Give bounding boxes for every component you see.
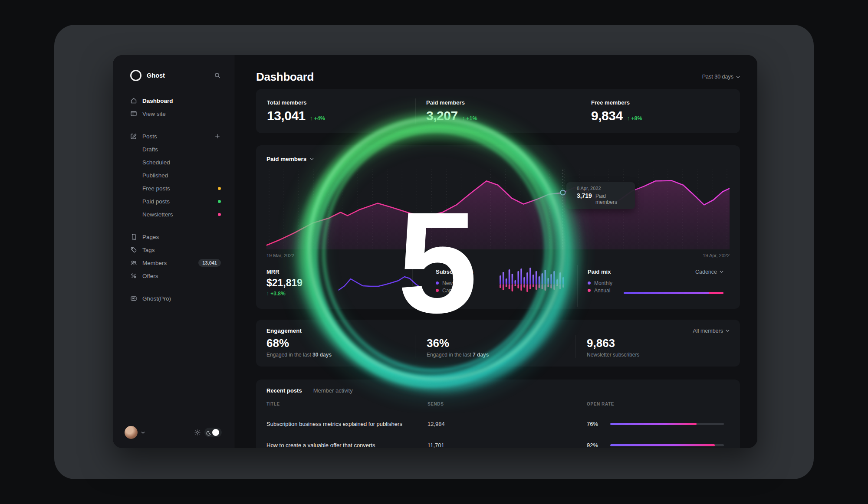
engagement-7d: 36% Engaged in the last 7 days	[415, 335, 575, 358]
stat-label: Free members	[591, 99, 642, 106]
sidebar-item-dashboard[interactable]: Dashboard	[130, 94, 221, 107]
subscriptions-bar-chart	[500, 267, 567, 296]
sidebar-item-label: Ghost(Pro)	[142, 295, 171, 302]
sidebar-item-view-site[interactable]: View site	[130, 107, 221, 120]
engagement-value: 36%	[427, 337, 575, 350]
sidebar-item-tags[interactable]: Tags	[130, 243, 221, 256]
engagement-sub: Engaged in the last 7 days	[427, 352, 575, 358]
members-count-badge: 13,041	[198, 259, 221, 267]
cadence-label: Cadence	[695, 269, 717, 275]
paid-members-chart[interactable]: 8 Apr, 2022 3,719 Paid members	[266, 167, 730, 249]
sidebar-item-label: Newsletters	[142, 211, 173, 218]
stat-label: Total members	[267, 99, 415, 106]
sidebar-item-label: Posts	[142, 133, 157, 140]
sidebar-item-paid-posts[interactable]: Paid posts	[130, 195, 221, 208]
open-rate-value: 92%	[587, 442, 604, 448]
chevron-down-icon	[720, 270, 723, 273]
add-post-icon[interactable]	[214, 133, 221, 139]
sidebar-item-label: Scheduled	[142, 159, 170, 166]
monthly-legend-dot	[588, 281, 591, 285]
app-window: Ghost Dashboard View site Posts Drafts S…	[113, 55, 757, 448]
engagement-sub: Engaged in the last 30 days	[266, 352, 415, 358]
axis-start-date: 19 Mar, 2022	[266, 253, 294, 258]
recent-posts-card: Recent posts Member activity TITLE SENDS…	[256, 380, 740, 448]
column-header-sends: SENDS	[427, 402, 587, 406]
sidebar-item-offers[interactable]: Offers	[130, 269, 221, 282]
sidebar-item-pages[interactable]: Pages	[130, 230, 221, 243]
open-rate-bar	[610, 423, 724, 425]
stat-delta: ↑ +1%	[462, 115, 477, 121]
paid-posts-dot	[218, 200, 221, 203]
column-header-open-rate: OPEN RATE	[587, 402, 730, 406]
engagement-card: Engagement All members 68% Engaged in th…	[256, 320, 740, 367]
sidebar-item-label: Drafts	[142, 146, 158, 153]
chevron-down-icon[interactable]	[310, 157, 314, 160]
tooltip-label: Paid members	[595, 193, 629, 205]
sidebar-item-label: Members	[142, 260, 167, 266]
chevron-down-icon	[141, 431, 145, 434]
date-range-label: Past 30 days	[702, 74, 733, 80]
chevron-down-icon	[736, 75, 740, 79]
tab-recent-posts[interactable]: Recent posts	[266, 387, 302, 394]
engagement-30d: 68% Engaged in the last 30 days	[266, 335, 415, 358]
tab-member-activity[interactable]: Member activity	[313, 387, 353, 394]
open-rate-bar	[610, 444, 724, 446]
sidebar-item-label: Published	[142, 172, 168, 179]
table-row[interactable]: How to create a valuable offer that conv…	[266, 436, 730, 448]
moon-icon	[206, 430, 211, 435]
monthly-legend-label: Monthly	[594, 280, 612, 286]
sidebar-item-members[interactable]: Members 13,041	[130, 256, 221, 269]
mrr-sparkline	[339, 273, 421, 293]
browser-icon	[130, 110, 137, 117]
post-sends: 12,984	[427, 421, 587, 427]
stat-value: 13,041	[267, 108, 306, 123]
annual-legend-dot	[588, 289, 591, 292]
paid-mix-bar	[624, 292, 723, 294]
sidebar-item-label: Pages	[142, 234, 159, 240]
free-posts-dot	[218, 187, 221, 190]
cadence-dropdown[interactable]: Cadence	[695, 269, 723, 275]
sidebar-item-posts[interactable]: Posts	[130, 130, 221, 143]
sidebar-item-label: Free posts	[142, 185, 170, 192]
table-row[interactable]: Subscription business metrics explained …	[266, 415, 730, 432]
open-rate-value: 76%	[587, 421, 604, 427]
sidebar-item-label: Tags	[142, 247, 155, 253]
sidebar-item-newsletters[interactable]: Newsletters	[130, 208, 221, 221]
chart-title: Paid members	[266, 156, 306, 162]
user-avatar[interactable]	[125, 426, 138, 439]
annual-legend-label: Annual	[594, 288, 610, 294]
members-stats-card: Total members 13,041 ↑ +4% Paid members …	[256, 89, 740, 133]
audience-dropdown[interactable]: All members	[693, 328, 730, 334]
main-content: Dashboard Past 30 days Total members 13,…	[234, 55, 757, 448]
edit-icon	[130, 133, 137, 140]
sidebar-item-ghost-pro[interactable]: Ghost(Pro)	[130, 292, 221, 305]
sidebar-item-label: Offers	[142, 273, 158, 279]
engagement-sub: Newsletter subscribers	[587, 352, 730, 358]
brand-name: Ghost	[147, 72, 209, 79]
mrr-panel: MRR $21,819 ↑ +3.8%	[266, 265, 412, 307]
date-range-dropdown[interactable]: Past 30 days	[702, 74, 740, 80]
newsletter-subscribers: 9,863 Newsletter subscribers	[575, 335, 730, 358]
tag-icon	[130, 246, 137, 253]
sidebar-item-scheduled[interactable]: Scheduled	[130, 156, 221, 169]
tooltip-value: 3,719	[577, 192, 592, 199]
sidebar-item-published[interactable]: Published	[130, 169, 221, 182]
paid-members-chart-card: Paid members	[256, 145, 740, 309]
sidebar-item-drafts[interactable]: Drafts	[130, 143, 221, 156]
sidebar-item-free-posts[interactable]: Free posts	[130, 182, 221, 195]
sidebar-item-label: View site	[142, 111, 166, 117]
post-title: Subscription business metrics explained …	[266, 421, 427, 427]
paid-mix-panel: Paid mix Cadence Monthly Annual	[577, 265, 730, 307]
stat-total-members: Total members 13,041 ↑ +4%	[256, 99, 415, 123]
dark-mode-toggle[interactable]	[204, 428, 222, 437]
sidebar: Ghost Dashboard View site Posts Drafts S…	[113, 55, 234, 448]
post-sends: 11,701	[427, 442, 587, 448]
gear-icon[interactable]	[194, 429, 201, 436]
pages-icon	[130, 233, 137, 240]
sidebar-item-label: Paid posts	[142, 198, 170, 205]
canceled-legend-dot	[436, 289, 439, 292]
post-title: How to create a valuable offer that conv…	[266, 442, 427, 448]
percent-icon	[130, 272, 137, 279]
new-legend-label: New	[442, 280, 453, 286]
search-icon[interactable]	[214, 72, 221, 79]
